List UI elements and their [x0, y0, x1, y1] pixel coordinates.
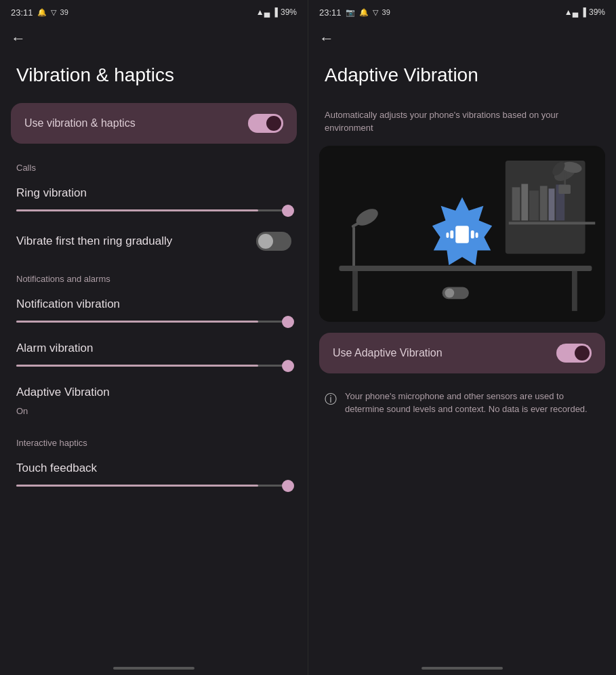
info-text: Your phone's microphone and other sensor… [345, 390, 600, 416]
use-vibration-label: Use vibration & haptics [24, 117, 136, 129]
svg-rect-2 [512, 187, 520, 220]
toggle-knob [266, 116, 281, 131]
vibrate-first-label: Vibrate first then ring gradually [16, 234, 172, 248]
section-notifications: Notifications and alarms [0, 260, 308, 289]
toggle-knob-2 [258, 234, 273, 249]
ring-vibration-slider[interactable] [0, 209, 308, 222]
adaptive-vibration-toggle[interactable] [556, 344, 592, 363]
svg-rect-18 [352, 271, 358, 311]
adaptive-vibration-toggle-label: Use Adaptive Vibration [333, 347, 443, 359]
svg-rect-23 [471, 230, 474, 239]
page-title-left: Vibration & haptics [0, 53, 308, 103]
vibrate-first-toggle[interactable] [256, 232, 291, 251]
adaptive-description: Automatically adjusts your phone's vibra… [308, 103, 616, 146]
svg-point-27 [445, 288, 454, 298]
svg-rect-4 [529, 190, 539, 220]
page-title-right: Adaptive Vibration [308, 53, 616, 103]
notification-vibration-title: Notification vibration [16, 298, 291, 311]
adaptive-vibration-toggle-row[interactable]: Use Adaptive Vibration [319, 333, 605, 373]
svg-rect-8 [509, 222, 596, 224]
adaptive-vibration-title: Adaptive Vibration [16, 386, 291, 399]
status-time-left: 23:11 🔔 ▽ 39 [11, 7, 68, 18]
section-interactive-haptics: Interactive haptics [0, 424, 308, 453]
touch-feedback-title: Touch feedback [16, 462, 291, 475]
illustration-box [319, 146, 605, 322]
svg-rect-24 [446, 232, 449, 238]
status-icons-left: ▲▄ ▐ 39% [256, 7, 297, 17]
svg-rect-19 [572, 271, 577, 311]
notification-vibration-item: Notification vibration [0, 289, 308, 321]
touch-feedback-item: Touch feedback [0, 453, 308, 485]
svg-rect-12 [564, 172, 566, 186]
svg-rect-17 [339, 266, 592, 271]
adaptive-toggle-knob [575, 346, 590, 361]
svg-rect-22 [450, 230, 453, 239]
svg-rect-3 [521, 184, 528, 220]
status-bar-right: 23:11 📷 🔔 ▽ 39 ▲▄ ▐ 39% [308, 0, 616, 22]
svg-rect-13 [558, 184, 571, 194]
bottom-nav-indicator-left [113, 667, 194, 670]
vibrate-first-toggle-row[interactable]: Vibrate first then ring gradually [0, 222, 308, 260]
ring-vibration-title: Ring vibration [16, 186, 291, 200]
back-button-right[interactable]: ← [308, 22, 616, 53]
status-time-right: 23:11 📷 🔔 ▽ 39 [319, 7, 390, 18]
ring-vibration-item: Ring vibration [0, 178, 308, 209]
alarm-vibration-slider[interactable] [0, 365, 308, 377]
alarm-vibration-title: Alarm vibration [16, 342, 291, 355]
alarm-vibration-item: Alarm vibration [0, 333, 308, 365]
left-panel: 23:11 🔔 ▽ 39 ▲▄ ▐ 39% ← Vibration & hapt… [0, 0, 308, 675]
adaptive-vibration-nav[interactable]: Adaptive Vibration On [0, 377, 308, 424]
status-bar-left: 23:11 🔔 ▽ 39 ▲▄ ▐ 39% [0, 0, 308, 22]
info-section: ⓘ Your phone's microphone and other sens… [308, 379, 616, 427]
svg-rect-6 [549, 188, 555, 220]
back-button-left[interactable]: ← [0, 22, 308, 53]
section-calls: Calls [0, 149, 308, 178]
use-vibration-toggle[interactable] [248, 114, 283, 133]
svg-rect-14 [352, 227, 355, 267]
svg-rect-5 [540, 186, 548, 220]
info-icon: ⓘ [325, 391, 337, 407]
svg-rect-25 [476, 232, 478, 238]
notification-vibration-slider[interactable] [0, 321, 308, 333]
svg-rect-21 [455, 226, 469, 243]
adaptive-vibration-subtitle: On [16, 406, 291, 416]
use-vibration-toggle-row[interactable]: Use vibration & haptics [11, 103, 297, 144]
bottom-nav-indicator-right [422, 667, 503, 670]
status-icons-right: ▲▄ ▐ 39% [564, 7, 605, 17]
desk-illustration [319, 146, 605, 322]
right-panel: 23:11 📷 🔔 ▽ 39 ▲▄ ▐ 39% ← Adaptive Vibra… [308, 0, 616, 675]
touch-feedback-slider[interactable] [0, 485, 308, 497]
